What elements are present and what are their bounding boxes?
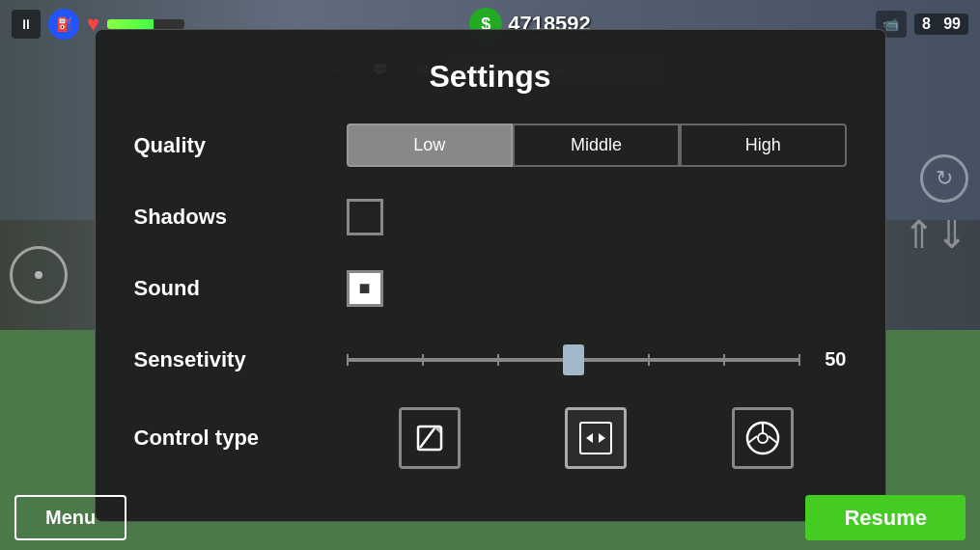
sensitivity-value: 50 bbox=[812, 348, 847, 371]
modal-overlay: Settings Quality Low Middle High Shadows… bbox=[0, 0, 980, 550]
settings-title: Settings bbox=[134, 59, 847, 95]
sound-row: Sound ■ bbox=[134, 264, 847, 313]
tick-3 bbox=[497, 354, 499, 366]
svg-line-10 bbox=[769, 436, 777, 443]
sound-control: ■ bbox=[347, 270, 847, 307]
tick-7 bbox=[798, 354, 800, 366]
shadows-checkbox[interactable] bbox=[347, 199, 383, 235]
menu-button[interactable]: Menu bbox=[14, 495, 126, 540]
shadows-label: Shadows bbox=[134, 205, 347, 230]
bottom-buttons: Menu Resume bbox=[0, 485, 980, 550]
shadows-row: Shadows bbox=[134, 193, 847, 241]
sensitivity-slider-container: 50 bbox=[347, 348, 847, 371]
svg-rect-3 bbox=[580, 423, 611, 454]
tick-6 bbox=[723, 354, 725, 366]
quality-control: Low Middle High bbox=[347, 124, 847, 167]
svg-line-1 bbox=[420, 428, 434, 448]
tick-5 bbox=[648, 354, 650, 366]
steering-wheel-icon bbox=[743, 419, 782, 457]
tilt-icon bbox=[410, 419, 449, 457]
quality-row: Quality Low Middle High bbox=[134, 122, 847, 170]
sensitivity-slider-track[interactable] bbox=[347, 358, 800, 362]
control-wheel-button[interactable] bbox=[732, 407, 794, 469]
control-type-buttons bbox=[347, 407, 847, 469]
control-type-label: Control type bbox=[134, 426, 347, 451]
sensitivity-control: 50 bbox=[347, 348, 847, 371]
settings-panel: Settings Quality Low Middle High Shadows… bbox=[95, 29, 886, 522]
svg-marker-4 bbox=[586, 433, 593, 443]
svg-marker-5 bbox=[599, 433, 605, 443]
control-type-control bbox=[347, 407, 847, 469]
checkbox-check-icon: ■ bbox=[358, 277, 370, 299]
quality-high-button[interactable]: High bbox=[680, 124, 847, 167]
quality-label: Quality bbox=[134, 133, 347, 158]
sound-checkbox[interactable]: ■ bbox=[347, 270, 383, 307]
sensitivity-row: Sensetivity bbox=[134, 336, 847, 384]
resume-button[interactable]: Resume bbox=[805, 495, 966, 540]
quality-low-button[interactable]: Low bbox=[347, 124, 514, 167]
sensitivity-slider-thumb[interactable] bbox=[563, 344, 584, 375]
svg-point-7 bbox=[758, 433, 768, 443]
arrows-icon bbox=[576, 419, 615, 457]
control-tilt-button[interactable] bbox=[399, 407, 461, 469]
control-arrows-button[interactable] bbox=[565, 407, 627, 469]
quality-middle-button[interactable]: Middle bbox=[513, 124, 680, 167]
control-type-row: Control type bbox=[134, 407, 847, 469]
sound-label: Sound bbox=[134, 276, 347, 301]
sensitivity-label: Sensetivity bbox=[134, 347, 347, 372]
shadows-control bbox=[347, 199, 847, 235]
svg-line-9 bbox=[748, 436, 757, 443]
tick-2 bbox=[422, 354, 424, 366]
quality-buttons: Low Middle High bbox=[347, 124, 847, 167]
tick-1 bbox=[347, 354, 349, 366]
